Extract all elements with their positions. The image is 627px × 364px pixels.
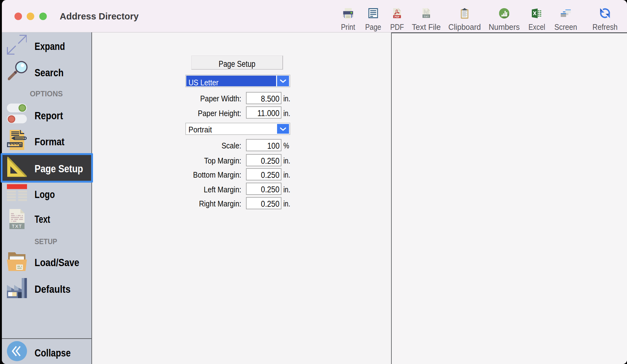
svg-text:TXT: TXT xyxy=(12,223,22,229)
svg-text:PDF: PDF xyxy=(395,15,400,18)
svg-text:TXT: TXT xyxy=(423,15,429,18)
